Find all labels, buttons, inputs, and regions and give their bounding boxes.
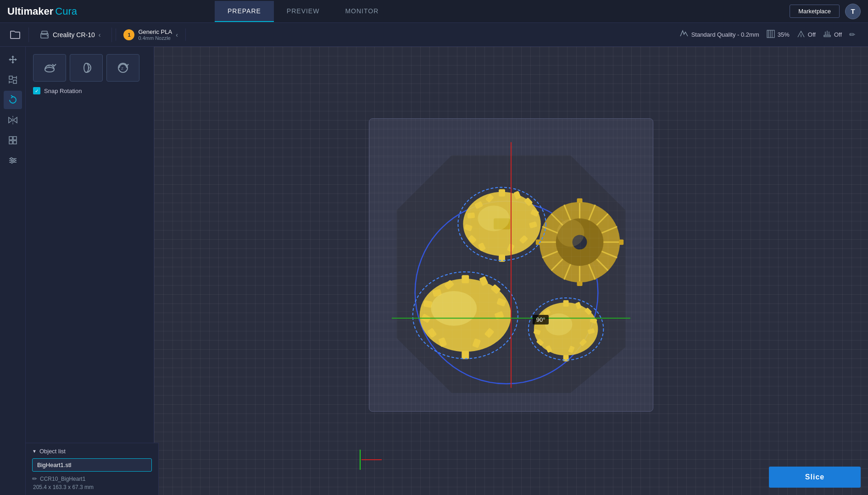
logo-ultimaker: Ultimaker <box>7 6 53 17</box>
material-arrow: ‹ <box>176 31 178 38</box>
object-name-input[interactable] <box>32 458 152 472</box>
tab-monitor[interactable]: MONITOR <box>332 1 391 22</box>
object-profile-name: CCR10_BigHeart1 <box>40 476 85 482</box>
material-nozzle: 0.4mm Nozzle <box>138 35 172 41</box>
edit-icon: ✏ <box>849 30 855 39</box>
tab-prepare[interactable]: PREPARE <box>215 1 274 22</box>
svg-text:X: X <box>48 64 50 68</box>
printer-selector[interactable]: Creality CR-10 ‹ <box>33 31 108 39</box>
printer-name: Creality CR-10 <box>53 31 95 38</box>
red-axis-line <box>511 142 512 388</box>
support-value: Off <box>808 31 816 38</box>
adhesion-value: Off <box>834 31 842 38</box>
svg-point-29 <box>45 67 54 72</box>
material-badge: 1 <box>123 29 134 40</box>
tool-panel: X Y Z ✓ Snap Rotation <box>26 47 154 495</box>
svg-rect-1 <box>42 31 47 34</box>
quality-selector[interactable]: Standard Quality - 0.2mm <box>679 30 759 40</box>
tab-preview[interactable]: PREVIEW <box>274 1 333 22</box>
object-dimensions: 205.4 x 163.3 x 67.3 mm <box>33 484 152 490</box>
y-axis-indicator <box>360 450 361 470</box>
profile-pencil-icon: ✏ <box>32 475 37 482</box>
svg-rect-8 <box>824 35 830 37</box>
rotate-x-button[interactable]: X <box>33 54 66 82</box>
object-list-chevron: ▼ <box>32 449 37 454</box>
svg-rect-22 <box>9 141 12 144</box>
rotation-buttons: X Y Z <box>33 54 146 82</box>
tool-scale[interactable] <box>4 71 22 89</box>
quality-label: Standard Quality - 0.2mm <box>691 31 759 38</box>
nav-tabs: PREPARE PREVIEW MONITOR <box>215 1 391 22</box>
bottom-panel: ▼ Object list ✏ CCR10_BigHeart1 205.4 x … <box>26 443 159 495</box>
adhesion-icon <box>823 30 831 40</box>
angle-tooltip: 90° <box>533 315 549 324</box>
svg-rect-20 <box>13 141 17 144</box>
marketplace-button[interactable]: Marketplace <box>790 5 840 18</box>
open-folder-button[interactable] <box>6 25 25 44</box>
svg-point-26 <box>11 158 12 160</box>
tool-rotate[interactable] <box>4 91 22 109</box>
quality-icon <box>679 30 689 40</box>
left-sidebar <box>0 47 26 495</box>
support-icon <box>797 30 805 40</box>
divider-1 <box>28 28 29 42</box>
svg-rect-13 <box>13 80 17 83</box>
snap-rotation-label: Snap Rotation <box>44 88 82 94</box>
quality-section: Standard Quality - 0.2mm 35% Off <box>672 30 862 40</box>
viewport[interactable]: 90° <box>154 47 868 495</box>
edit-settings-button[interactable]: ✏ <box>849 30 855 39</box>
svg-point-28 <box>11 161 13 163</box>
app-logo: Ultimaker Cura <box>7 6 77 17</box>
svg-point-2 <box>47 35 48 36</box>
material-text: Generic PLA 0.4mm Nozzle <box>138 28 172 41</box>
tool-support[interactable] <box>4 131 22 149</box>
svg-rect-19 <box>9 137 12 140</box>
object-profile-row: ✏ CCR10_BigHeart1 <box>32 475 152 482</box>
x-axis-indicator <box>362 459 382 460</box>
main-layout: X Y Z ✓ Snap Rotation <box>0 47 868 495</box>
user-avatar[interactable]: T <box>845 4 861 19</box>
snap-rotation-checkbox[interactable]: ✓ <box>33 87 40 94</box>
infill-selector[interactable]: 35% <box>767 30 790 40</box>
tool-move[interactable] <box>4 50 22 69</box>
tool-settings[interactable] <box>4 151 22 170</box>
adhesion-selector[interactable]: Off <box>823 30 842 40</box>
svg-rect-21 <box>13 137 17 140</box>
svg-text:Y: Y <box>88 66 91 70</box>
svg-point-27 <box>13 160 15 161</box>
infill-value: 35% <box>778 31 790 38</box>
toolbar-row: Creality CR-10 ‹ 1 Generic PLA 0.4mm Noz… <box>0 23 868 47</box>
rotate-y-button[interactable]: Y <box>70 54 103 82</box>
material-selector[interactable]: 1 Generic PLA 0.4mm Nozzle ‹ <box>116 28 185 41</box>
rotate-z-button[interactable]: Z <box>106 54 139 82</box>
snap-rotation-control: ✓ Snap Rotation <box>33 87 146 94</box>
topbar: Ultimaker Cura PREPARE PREVIEW MONITOR M… <box>0 0 868 23</box>
logo-cura: Cura <box>55 6 77 17</box>
svg-rect-12 <box>9 76 12 79</box>
print-bed <box>369 118 653 412</box>
slice-button[interactable]: Slice <box>769 467 861 488</box>
support-selector[interactable]: Off <box>797 30 816 40</box>
object-list-title: Object list <box>39 448 66 455</box>
divider-2 <box>111 28 112 42</box>
tool-mirror[interactable] <box>4 111 22 129</box>
topbar-right: Marketplace T <box>790 4 861 19</box>
printer-arrow: ‹ <box>99 31 101 38</box>
material-name: Generic PLA <box>138 28 172 35</box>
object-list-header[interactable]: ▼ Object list <box>32 448 152 455</box>
green-axis-line <box>392 318 630 319</box>
slice-button-container: Slice <box>769 467 861 488</box>
svg-text:Z: Z <box>121 66 123 71</box>
infill-icon <box>767 30 775 40</box>
